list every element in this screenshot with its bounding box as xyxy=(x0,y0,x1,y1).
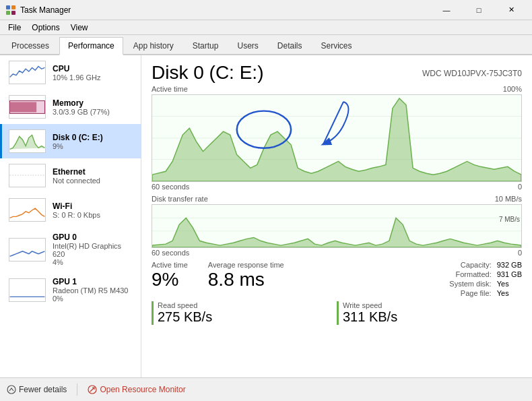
chart2-label-left: Disk transfer rate xyxy=(152,195,208,203)
tab-app-history[interactable]: App history xyxy=(125,37,182,54)
gpu1-percent: 0% xyxy=(53,295,129,303)
page-file-label: Page file: xyxy=(449,289,491,297)
sidebar: CPU 10% 1.96 GHz Memory 3.0/3.9 GB (77%) xyxy=(0,55,141,377)
sidebar-item-memory[interactable]: Memory 3.0/3.9 GB (77%) xyxy=(0,90,141,124)
wifi-thumb xyxy=(9,198,46,222)
tab-services[interactable]: Services xyxy=(312,37,361,54)
chart1-label-row: Active time 100% xyxy=(152,85,522,93)
chart2-x-right: 0 xyxy=(518,249,522,257)
chart1-label-right: 100% xyxy=(503,85,522,93)
open-resource-monitor-link[interactable]: Open Resource Monitor xyxy=(88,385,185,394)
cpu-name: CPU xyxy=(53,64,101,73)
disk-info: Disk 0 (C: E:) 9% xyxy=(53,133,103,150)
formatted-label: Formatted: xyxy=(449,270,491,278)
active-time-label: Active time xyxy=(152,261,188,269)
avg-response-value: 8.8 ms xyxy=(208,270,284,289)
active-time-stat: Active time 9% xyxy=(152,261,188,289)
disk-name: Disk 0 (C: E:) xyxy=(53,133,103,142)
gpu0-detail: Intel(R) HD Graphics 620 xyxy=(53,242,134,258)
sidebar-item-gpu0[interactable]: GPU 0 Intel(R) HD Graphics 620 4% xyxy=(0,227,141,272)
gpu0-info: GPU 0 Intel(R) HD Graphics 620 4% xyxy=(53,233,134,266)
ethernet-info: Ethernet Not connected xyxy=(53,167,100,185)
svg-rect-1 xyxy=(11,5,15,9)
chart2-label-right: 10 MB/s xyxy=(495,195,522,203)
svg-line-20 xyxy=(90,388,94,392)
menu-options[interactable]: Options xyxy=(26,22,65,34)
gpu0-thumb xyxy=(9,238,46,261)
chart1-x-labels: 60 seconds 0 xyxy=(152,183,522,191)
fewer-details-label: Fewer details xyxy=(19,385,67,394)
menu-file[interactable]: File xyxy=(3,22,26,34)
gpu0-percent: 4% xyxy=(53,258,134,266)
close-button[interactable]: ✕ xyxy=(496,0,527,20)
avg-response-stat: Average response time 8.8 ms xyxy=(208,261,284,289)
sidebar-item-gpu1[interactable]: GPU 1 Radeon (TM) R5 M430 0% xyxy=(0,272,141,308)
capacity-val: 932 GB xyxy=(497,261,522,269)
chevron-up-icon xyxy=(7,385,16,394)
write-speed-value: 311 KB/s xyxy=(343,309,508,325)
active-time-value: 9% xyxy=(152,270,188,289)
tab-details[interactable]: Details xyxy=(269,37,311,54)
panel-header: Disk 0 (C: E:) WDC WD10JPVX-75JC3T0 xyxy=(152,62,522,84)
avg-response-label: Average response time xyxy=(208,261,284,269)
memory-name: Memory xyxy=(53,98,110,108)
disk-transfer-chart: 7 MB/s xyxy=(152,204,522,248)
window-title: Task Manager xyxy=(20,5,431,15)
chart1-label-left: Active time xyxy=(152,85,188,93)
active-time-chart-section: Active time 100% xyxy=(152,85,522,191)
write-speed-block: Write speed 311 KB/s xyxy=(337,301,508,325)
gpu1-name: GPU 1 xyxy=(53,277,129,286)
disk-transfer-chart-section: Disk transfer rate 10 MB/s 7 MB/s 60 sec… xyxy=(152,195,522,257)
sidebar-item-cpu[interactable]: CPU 10% 1.96 GHz xyxy=(0,55,141,90)
chart1-x-right: 0 xyxy=(518,183,522,191)
minimize-button[interactable]: — xyxy=(431,0,462,20)
ethernet-detail: Not connected xyxy=(53,177,100,185)
info-area: Capacity: 932 GB Formatted: 931 GB Syste… xyxy=(449,261,522,297)
svg-marker-17 xyxy=(152,218,521,247)
cpu-info: CPU 10% 1.96 GHz xyxy=(53,64,101,82)
read-speed-label: Read speed xyxy=(158,301,323,309)
stats-area: Active time 9% Average response time 8.8… xyxy=(152,261,284,289)
gpu1-thumb xyxy=(9,278,46,302)
chart2-label-row: Disk transfer rate 10 MB/s xyxy=(152,195,522,203)
active-time-chart xyxy=(152,94,522,182)
gpu0-name: GPU 0 xyxy=(53,233,134,242)
speed-row: Read speed 275 KB/s Write speed 311 KB/s xyxy=(152,301,522,325)
svg-marker-11 xyxy=(152,98,521,181)
ethernet-thumb xyxy=(9,164,46,187)
tab-startup[interactable]: Startup xyxy=(184,37,228,54)
window-controls: — □ ✕ xyxy=(431,0,527,20)
sidebar-item-disk[interactable]: Disk 0 (C: E:) 9% xyxy=(0,124,141,158)
wifi-detail: S: 0 R: 0 Kbps xyxy=(53,211,100,219)
sidebar-item-ethernet[interactable]: Ethernet Not connected xyxy=(0,158,141,193)
bottom-bar: Fewer details Open Resource Monitor xyxy=(0,377,532,401)
capacity-label: Capacity: xyxy=(449,261,491,269)
svg-point-18 xyxy=(7,385,15,394)
gpu1-detail: Radeon (TM) R5 M430 xyxy=(53,286,129,295)
tab-processes[interactable]: Processes xyxy=(3,37,58,54)
chart2-x-labels: 60 seconds 0 xyxy=(152,249,522,257)
tab-performance[interactable]: Performance xyxy=(59,37,123,55)
stats-info-row: Active time 9% Average response time 8.8… xyxy=(152,261,522,297)
maximize-button[interactable]: □ xyxy=(463,0,494,20)
page-file-val: Yes xyxy=(497,289,522,297)
bottom-separator xyxy=(77,383,77,396)
read-speed-value: 275 KB/s xyxy=(158,309,323,325)
sidebar-item-wifi[interactable]: Wi-Fi S: 0 R: 0 Kbps xyxy=(0,193,141,227)
menu-view[interactable]: View xyxy=(65,22,94,34)
cpu-thumb xyxy=(9,61,46,84)
title-bar: Task Manager — □ ✕ xyxy=(0,0,532,20)
chart1-x-left: 60 seconds xyxy=(152,183,189,191)
panel-title: Disk 0 (C: E:) xyxy=(152,62,263,84)
chart2-y-mid: 7 MB/s xyxy=(499,216,520,223)
panel-subtitle: WDC WD10JPVX-75JC3T0 xyxy=(422,62,522,78)
fewer-details-button[interactable]: Fewer details xyxy=(7,385,67,394)
main-content: CPU 10% 1.96 GHz Memory 3.0/3.9 GB (77%) xyxy=(0,55,532,377)
menu-bar: File Options View xyxy=(0,20,532,35)
ethernet-name: Ethernet xyxy=(53,167,100,177)
tab-users[interactable]: Users xyxy=(228,37,267,54)
gpu1-info: GPU 1 Radeon (TM) R5 M430 0% xyxy=(53,277,129,303)
app-icon xyxy=(5,5,16,16)
open-resource-monitor-label: Open Resource Monitor xyxy=(100,385,185,394)
disk-thumb xyxy=(9,129,46,153)
